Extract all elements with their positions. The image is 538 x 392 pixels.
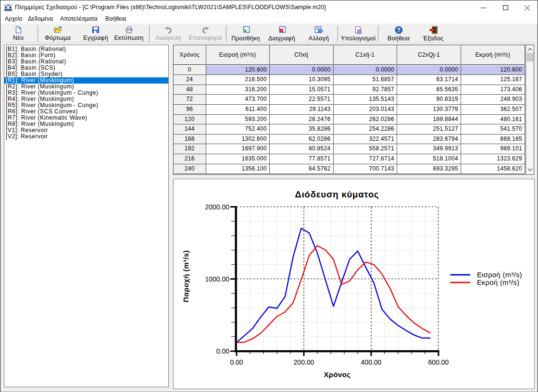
svg-text:Εισροή (m³/s): Εισροή (m³/s) — [477, 271, 522, 279]
svg-text:Χρόνος: Χρόνος — [324, 370, 350, 379]
svg-text:400.00: 400.00 — [361, 358, 382, 366]
svg-text:Διόδευση κύματος: Διόδευση κύματος — [295, 189, 379, 199]
svg-text:2000.00: 2000.00 — [205, 203, 229, 211]
svg-text:0.00: 0.00 — [216, 347, 229, 355]
svg-text:200.00: 200.00 — [294, 358, 314, 366]
svg-text:Εκροή (m³/s): Εκροή (m³/s) — [477, 279, 520, 286]
svg-text:?: ? — [397, 27, 400, 34]
svg-text:0.00: 0.00 — [230, 358, 243, 366]
svg-text:Παροχή (m³/s): Παροχή (m³/s) — [182, 250, 190, 303]
svg-text:600.00: 600.00 — [428, 358, 449, 366]
svg-text:1000.00: 1000.00 — [205, 275, 229, 283]
